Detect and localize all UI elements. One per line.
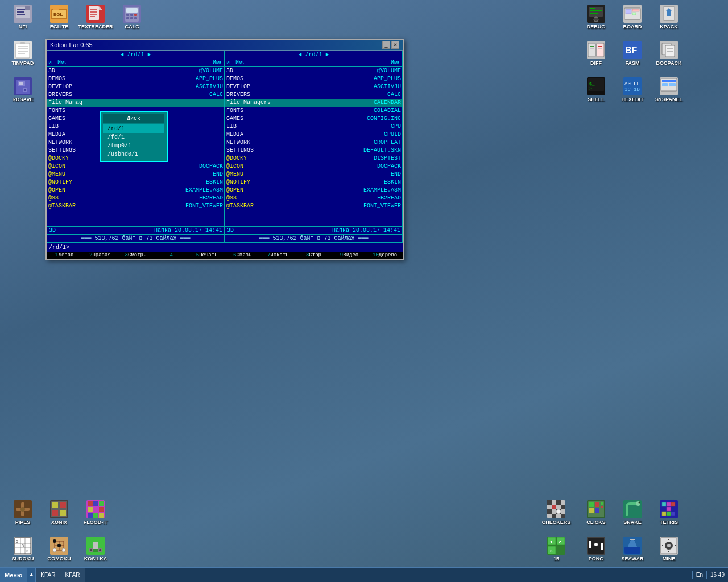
list-item[interactable]: DEVELOPASCIIVJU [225, 83, 402, 91]
svg-rect-50 [590, 10, 602, 11]
desktop-icon-fasm[interactable]: BF FASM [614, 41, 651, 66]
list-item[interactable]: File ManagersCALENDAR [225, 99, 402, 107]
desktop-icon-eglite[interactable]: EGL EGLITE [41, 5, 77, 30]
list-item[interactable]: DRIVERSCALC [225, 91, 402, 99]
desktop-icon-mine[interactable]: MINE [651, 537, 687, 562]
list-item[interactable]: MEDIACPUID [225, 131, 402, 139]
list-item[interactable]: FONTSCOLADIAL [225, 107, 402, 115]
taskbar-clock: 16 49 [706, 571, 728, 579]
list-item[interactable]: @NOTIFYESKIN [225, 178, 402, 186]
list-item[interactable]: LIBCPU [225, 123, 402, 131]
desktop-icon-snake[interactable]: SNAKE [614, 500, 651, 525]
list-item[interactable]: @TASKBARFONT_VIEWER [47, 202, 224, 210]
svg-rect-178 [630, 539, 635, 540]
list-item[interactable]: @NOTIFYESKIN [47, 178, 224, 186]
desktop-icon-syspanel[interactable]: SYSPANEL [651, 77, 687, 102]
mine-icon [660, 537, 678, 555]
taskbar-arrow-button[interactable]: ▲ [27, 568, 36, 582]
svg-rect-28 [16, 43, 30, 58]
pipes-label: PIPES [15, 519, 31, 525]
desktop-icon-flood-it[interactable]: FLOOD-IT [77, 500, 114, 525]
list-item[interactable]: @OPENEXAMPLE.ASM [225, 186, 402, 194]
list-item[interactable]: DEMOSAPP_PLUS [225, 75, 402, 83]
desktop-icon-rdsave[interactable]: RDSAVE [5, 77, 41, 102]
svg-rect-176 [624, 547, 640, 554]
fkey-3[interactable]: 3Смотр. [118, 252, 154, 259]
desktop-icon-debug[interactable]: DEBUG [578, 5, 614, 30]
desktop-icon-tetris[interactable]: TETRIS [651, 500, 687, 525]
hexedit-icon: A0 FF 3C 1B [623, 77, 642, 95]
desktop-icon-gomoku[interactable]: GOMOKU [41, 537, 77, 562]
desktop-icon-nfi[interactable]: NFI [5, 5, 41, 30]
fkey-4[interactable]: 4 [154, 252, 189, 259]
desktop-icon-textreader[interactable]: TEXTREADER [77, 5, 114, 30]
svg-point-42 [24, 89, 26, 91]
fkey-6[interactable]: 6Связь [225, 252, 260, 259]
desktop-icon-pipes[interactable]: PIPES [5, 500, 41, 525]
fkey-9[interactable]: 9Видео [332, 252, 367, 259]
far-cmdline[interactable]: /rd/1> [47, 243, 403, 252]
desktop-icon-kpack[interactable]: KPACK [651, 5, 687, 30]
disk-item-rd1[interactable]: /rd/1 [103, 124, 164, 133]
desktop-icon-board[interactable]: BOARD [614, 5, 651, 30]
far-right-file-list: 3D@VOLUME DEMOSAPP_PLUS DEVELOPASCIIVJU … [225, 67, 402, 226]
taskbar-app-kfar-1[interactable]: KFAR [36, 568, 60, 582]
disk-item-tmp01[interactable]: /tmp0/1 [103, 142, 164, 150]
list-item[interactable]: @TASKBARFONT_VIEWER [225, 202, 402, 210]
list-item[interactable]: @SSFB2READ [225, 194, 402, 202]
desktop-icon-seawar[interactable]: SEAWAR [614, 537, 651, 562]
desktop-icon-docpack[interactable]: DOCPACK [651, 41, 687, 66]
disk-item-usbhd01[interactable]: /usbhd0/1 [103, 150, 164, 159]
minimize-button[interactable]: _ [382, 41, 390, 49]
desktop-icon-xonix[interactable]: XONIX [41, 500, 77, 525]
fkey-1[interactable]: 1Левая [47, 252, 82, 259]
taskbar-app-kfar-2[interactable]: KFAR [60, 568, 85, 582]
list-item[interactable]: @MENUEND [225, 171, 402, 178]
list-item[interactable]: GAMESCONFIG.INC [225, 115, 402, 123]
list-item[interactable]: 3D@VOLUME [225, 67, 402, 75]
list-item[interactable]: SETTINGSDEFAULT.SKN [225, 147, 402, 155]
gomoku-label: GOMOKU [47, 556, 71, 562]
desktop-icon-calc[interactable]: GALC [114, 5, 150, 30]
list-item[interactable]: @DOCKYDISPTEST [225, 155, 402, 163]
list-item[interactable]: DEVELOPASCIIVJU [47, 83, 224, 91]
kosilka-icon [86, 537, 105, 555]
svg-rect-92 [52, 502, 58, 508]
list-item[interactable]: File Manag [47, 99, 224, 107]
taskbar-menu-button[interactable]: Меню [0, 568, 27, 582]
desktop-icon-shell[interactable]: $_ > SHELL [578, 77, 614, 102]
diff-icon [587, 41, 605, 59]
fkey-8[interactable]: 8Стор [296, 252, 332, 259]
svg-rect-161 [667, 512, 671, 516]
fkey-2[interactable]: 2Правая [82, 252, 118, 259]
desktop-icon-kosilka[interactable]: KOSILKA [77, 537, 114, 562]
desktop-icon-clicks[interactable]: CLICKS [578, 500, 614, 525]
taskbar-language[interactable]: En [692, 571, 706, 579]
desktop-icon-checkers[interactable]: CHECKERS [538, 500, 574, 525]
fkey-5[interactable]: 5Печать [189, 252, 225, 259]
desktop-icon-tinypad[interactable]: TINYPAD [5, 41, 41, 66]
far-titlebar[interactable]: Kolibri Far 0.65 _ ✕ [47, 40, 403, 51]
desktop-icon-sudoku[interactable]: 5 8 3 SUDOKU [5, 537, 41, 562]
desktop-icon-hexedit[interactable]: A0 FF 3C 1B HEXEDIT [614, 77, 651, 102]
list-item[interactable]: 3D@VOLUME [47, 67, 224, 75]
checkers-icon [547, 500, 565, 518]
far-function-keys: 1Левая 2Правая 3Смотр. 4 5Печать 6Связь … [47, 252, 403, 259]
list-item[interactable]: @SSFB2READ [47, 194, 224, 202]
list-item[interactable]: @ICONDOCPACK [47, 163, 224, 171]
list-item[interactable]: DEMOSAPP_PLUS [47, 75, 224, 83]
fkey-7[interactable]: 7Искать [260, 252, 296, 259]
fkey-10[interactable]: 10Дерево [367, 252, 403, 259]
svg-point-186 [667, 544, 671, 547]
close-button[interactable]: ✕ [391, 41, 399, 49]
list-item[interactable]: @OPENEXAMPLE.ASM [47, 186, 224, 194]
far-right-panel[interactable]: ◄ /rd/1 ► и Имя Имя 3D@VOLUME DEMOSAPP_P… [225, 51, 403, 243]
desktop-icon-15[interactable]: 1 2 3 15 [538, 537, 574, 562]
desktop-icon-pong[interactable]: PONG [578, 537, 614, 562]
disk-item-fd1[interactable]: /fd/1 [103, 133, 164, 142]
list-item[interactable]: @ICONDOCPACK [225, 163, 402, 171]
desktop-icon-diff[interactable]: DIFF [578, 41, 614, 66]
list-item[interactable]: @MENUEND [47, 171, 224, 178]
list-item[interactable]: NETWORKCROPFLAT [225, 139, 402, 147]
list-item[interactable]: DRIVERSCALC [47, 91, 224, 99]
